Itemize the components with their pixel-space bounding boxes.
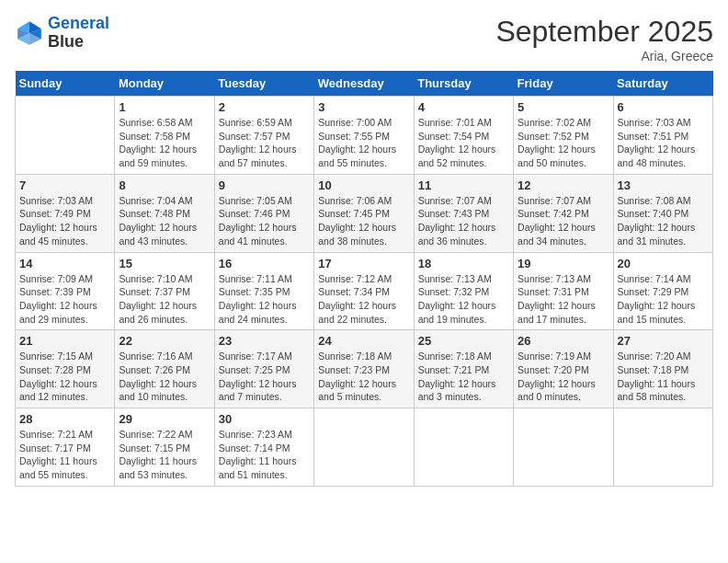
day-number: 30 (219, 412, 310, 426)
calendar-cell: 19Sunrise: 7:13 AMSunset: 7:31 PMDayligh… (514, 252, 613, 330)
day-number: 19 (518, 257, 609, 270)
calendar-header: SundayMondayTuesdayWednesdayThursdayFrid… (16, 71, 713, 97)
calendar-cell (613, 408, 712, 487)
day-number: 21 (19, 334, 110, 348)
day-info: Sunrise: 7:05 AMSunset: 7:46 PMDaylight:… (219, 194, 310, 248)
calendar-cell: 30Sunrise: 7:23 AMSunset: 7:14 PMDayligh… (214, 408, 313, 487)
calendar-cell: 9Sunrise: 7:05 AMSunset: 7:46 PMDaylight… (214, 174, 313, 252)
calendar-week-1: 1Sunrise: 6:58 AMSunset: 7:58 PMDaylight… (16, 97, 713, 175)
day-number: 28 (19, 412, 110, 426)
calendar-cell: 21Sunrise: 7:15 AMSunset: 7:28 PMDayligh… (16, 330, 115, 408)
calendar-cell: 11Sunrise: 7:07 AMSunset: 7:43 PMDayligh… (414, 174, 513, 252)
day-info: Sunrise: 7:19 AMSunset: 7:20 PMDaylight:… (518, 350, 609, 404)
weekday-header-monday: Monday (115, 71, 214, 97)
day-number: 5 (518, 100, 609, 114)
calendar-cell (16, 97, 115, 175)
day-info: Sunrise: 7:08 AMSunset: 7:40 PMDaylight:… (618, 194, 709, 248)
calendar-week-4: 21Sunrise: 7:15 AMSunset: 7:28 PMDayligh… (16, 330, 713, 408)
calendar-week-3: 14Sunrise: 7:09 AMSunset: 7:39 PMDayligh… (16, 252, 713, 330)
calendar-cell: 18Sunrise: 7:13 AMSunset: 7:32 PMDayligh… (414, 252, 513, 330)
calendar-cell: 26Sunrise: 7:19 AMSunset: 7:20 PMDayligh… (514, 330, 613, 408)
day-info: Sunrise: 7:09 AMSunset: 7:39 PMDaylight:… (19, 272, 110, 327)
calendar-table: SundayMondayTuesdayWednesdayThursdayFrid… (15, 71, 713, 487)
calendar-cell: 14Sunrise: 7:09 AMSunset: 7:39 PMDayligh… (16, 252, 115, 330)
day-info: Sunrise: 7:20 AMSunset: 7:18 PMDaylight:… (618, 350, 709, 404)
day-number: 16 (219, 257, 310, 270)
page-header: General Blue September 2025 Aria, Greece (15, 15, 713, 63)
day-info: Sunrise: 7:11 AMSunset: 7:35 PMDaylight:… (219, 272, 310, 327)
calendar-cell: 20Sunrise: 7:14 AMSunset: 7:29 PMDayligh… (613, 252, 712, 330)
calendar-cell: 15Sunrise: 7:10 AMSunset: 7:37 PMDayligh… (115, 252, 214, 330)
location: Aria, Greece (495, 49, 713, 63)
day-number: 25 (418, 334, 509, 348)
weekday-header-saturday: Saturday (613, 71, 712, 97)
day-info: Sunrise: 7:17 AMSunset: 7:25 PMDaylight:… (219, 350, 310, 404)
calendar-cell: 3Sunrise: 7:00 AMSunset: 7:55 PMDaylight… (314, 97, 414, 175)
calendar-body: 1Sunrise: 6:58 AMSunset: 7:58 PMDaylight… (16, 97, 713, 487)
calendar-cell: 4Sunrise: 7:01 AMSunset: 7:54 PMDaylight… (414, 97, 513, 175)
day-number: 17 (318, 257, 409, 270)
weekday-header-tuesday: Tuesday (214, 71, 313, 97)
calendar-cell: 27Sunrise: 7:20 AMSunset: 7:18 PMDayligh… (613, 330, 712, 408)
day-number: 12 (518, 178, 609, 192)
day-number: 29 (119, 412, 210, 426)
calendar-cell (514, 408, 613, 487)
calendar-cell: 29Sunrise: 7:22 AMSunset: 7:15 PMDayligh… (115, 408, 214, 487)
day-number: 27 (618, 334, 709, 348)
day-info: Sunrise: 7:10 AMSunset: 7:37 PMDaylight:… (119, 272, 210, 327)
calendar-cell: 22Sunrise: 7:16 AMSunset: 7:26 PMDayligh… (115, 330, 214, 408)
day-info: Sunrise: 7:21 AMSunset: 7:17 PMDaylight:… (19, 428, 110, 482)
day-number: 1 (119, 100, 210, 114)
title-block: September 2025 Aria, Greece (495, 15, 713, 63)
day-info: Sunrise: 7:07 AMSunset: 7:43 PMDaylight:… (418, 194, 509, 248)
calendar-cell: 10Sunrise: 7:06 AMSunset: 7:45 PMDayligh… (314, 174, 414, 252)
day-info: Sunrise: 7:04 AMSunset: 7:48 PMDaylight:… (119, 194, 210, 248)
day-number: 15 (119, 257, 210, 270)
month-year: September 2025 (495, 15, 713, 49)
calendar-week-2: 7Sunrise: 7:03 AMSunset: 7:49 PMDaylight… (16, 174, 713, 252)
calendar-cell: 13Sunrise: 7:08 AMSunset: 7:40 PMDayligh… (613, 174, 712, 252)
calendar-cell: 17Sunrise: 7:12 AMSunset: 7:34 PMDayligh… (314, 252, 414, 330)
day-number: 2 (219, 100, 310, 114)
logo-text: General Blue (48, 15, 109, 52)
day-info: Sunrise: 7:13 AMSunset: 7:32 PMDaylight:… (418, 272, 509, 327)
weekday-header-thursday: Thursday (414, 71, 513, 97)
day-info: Sunrise: 6:58 AMSunset: 7:58 PMDaylight:… (119, 116, 210, 170)
calendar-cell: 24Sunrise: 7:18 AMSunset: 7:23 PMDayligh… (314, 330, 414, 408)
day-info: Sunrise: 7:18 AMSunset: 7:21 PMDaylight:… (418, 350, 509, 404)
calendar-cell: 6Sunrise: 7:03 AMSunset: 7:51 PMDaylight… (613, 97, 712, 175)
day-number: 11 (418, 178, 509, 192)
day-info: Sunrise: 7:13 AMSunset: 7:31 PMDaylight:… (518, 272, 609, 327)
calendar-cell: 25Sunrise: 7:18 AMSunset: 7:21 PMDayligh… (414, 330, 513, 408)
day-info: Sunrise: 7:18 AMSunset: 7:23 PMDaylight:… (318, 350, 409, 404)
calendar-cell: 12Sunrise: 7:07 AMSunset: 7:42 PMDayligh… (514, 174, 613, 252)
day-number: 13 (618, 178, 709, 192)
day-number: 20 (618, 257, 709, 270)
day-info: Sunrise: 7:14 AMSunset: 7:29 PMDaylight:… (618, 272, 709, 327)
calendar-cell: 16Sunrise: 7:11 AMSunset: 7:35 PMDayligh… (214, 252, 313, 330)
weekday-header-wednesday: Wednesday (314, 71, 414, 97)
calendar-cell: 1Sunrise: 6:58 AMSunset: 7:58 PMDaylight… (115, 97, 214, 175)
logo-icon (15, 18, 44, 48)
day-number: 10 (318, 178, 409, 192)
day-info: Sunrise: 7:01 AMSunset: 7:54 PMDaylight:… (418, 116, 509, 170)
day-number: 22 (119, 334, 210, 348)
calendar-week-5: 28Sunrise: 7:21 AMSunset: 7:17 PMDayligh… (16, 408, 713, 487)
day-number: 4 (418, 100, 509, 114)
day-info: Sunrise: 7:12 AMSunset: 7:34 PMDaylight:… (318, 272, 409, 327)
day-info: Sunrise: 7:06 AMSunset: 7:45 PMDaylight:… (318, 194, 409, 248)
day-info: Sunrise: 7:23 AMSunset: 7:14 PMDaylight:… (219, 428, 310, 482)
day-info: Sunrise: 7:03 AMSunset: 7:49 PMDaylight:… (19, 194, 110, 248)
calendar-cell: 7Sunrise: 7:03 AMSunset: 7:49 PMDaylight… (16, 174, 115, 252)
calendar-cell (314, 408, 414, 487)
calendar-cell: 2Sunrise: 6:59 AMSunset: 7:57 PMDaylight… (214, 97, 313, 175)
day-info: Sunrise: 7:03 AMSunset: 7:51 PMDaylight:… (618, 116, 709, 170)
day-info: Sunrise: 7:15 AMSunset: 7:28 PMDaylight:… (19, 350, 110, 404)
logo: General Blue (15, 15, 109, 52)
calendar-cell (414, 408, 513, 487)
calendar-cell: 5Sunrise: 7:02 AMSunset: 7:52 PMDaylight… (514, 97, 613, 175)
day-number: 7 (19, 178, 110, 192)
day-info: Sunrise: 7:16 AMSunset: 7:26 PMDaylight:… (119, 350, 210, 404)
day-info: Sunrise: 7:07 AMSunset: 7:42 PMDaylight:… (518, 194, 609, 248)
calendar-cell: 8Sunrise: 7:04 AMSunset: 7:48 PMDaylight… (115, 174, 214, 252)
